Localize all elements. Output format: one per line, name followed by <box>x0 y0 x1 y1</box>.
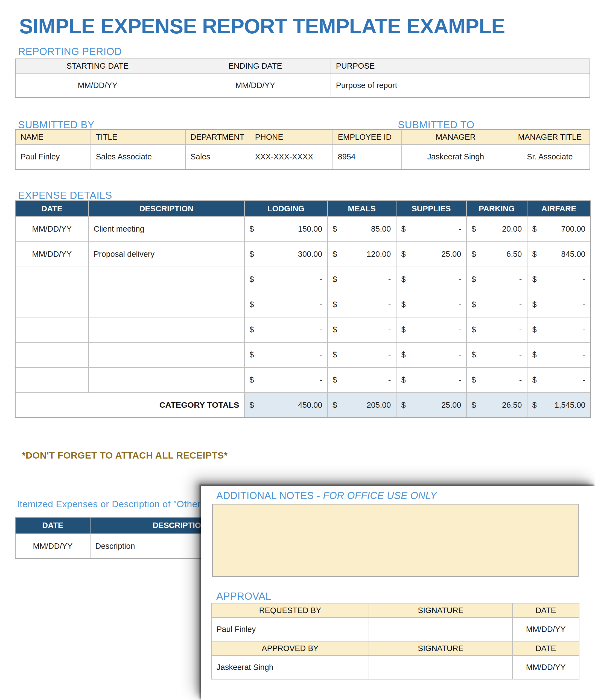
expense-airfare-cell[interactable]: $- <box>527 342 591 367</box>
title-cell[interactable]: Sales Associate <box>91 144 186 170</box>
expense-lodging-cell[interactable]: $- <box>245 367 328 393</box>
expense-date-cell[interactable] <box>15 267 89 292</box>
expense-airfare-cell[interactable]: $- <box>527 267 591 292</box>
currency-symbol: $ <box>250 250 254 259</box>
employee-id-header: EMPLOYEE ID <box>333 130 402 144</box>
attach-receipts-note: *DON'T FORGET TO ATTACH ALL RECEIPTS* <box>22 450 228 461</box>
office-use-overlay-panel: ADDITIONAL NOTES - FOR OFFICE USE ONLY A… <box>201 486 595 700</box>
currency-symbol: $ <box>333 400 337 410</box>
expense-supplies-cell[interactable]: $- <box>396 317 466 342</box>
expense-date-cell[interactable] <box>15 317 89 342</box>
category-totals-label: CATEGORY TOTALS <box>15 393 245 418</box>
starting-date-cell[interactable]: MM/DD/YY <box>15 73 180 98</box>
expense-date-cell[interactable] <box>15 342 89 367</box>
expense-airfare-cell[interactable]: $- <box>527 317 591 342</box>
expense-description-cell[interactable] <box>89 292 245 317</box>
expense-description-cell[interactable]: Proposal delivery <box>89 242 245 267</box>
expense-supplies-cell[interactable]: $- <box>396 342 466 367</box>
itemized-date-cell[interactable]: MM/DD/YY <box>15 534 90 559</box>
expense-parking-cell[interactable]: $- <box>466 292 527 317</box>
expense-supplies-cell[interactable]: $- <box>396 367 466 393</box>
page-title: SIMPLE EXPENSE REPORT TEMPLATE EXAMPLE <box>19 14 505 38</box>
approved-by-header-row: APPROVED BY SIGNATURE DATE <box>211 641 579 655</box>
expense-parking-cell[interactable]: $- <box>466 317 527 342</box>
additional-notes-heading: ADDITIONAL NOTES - FOR OFFICE USE ONLY <box>216 490 437 502</box>
manager-header: MANAGER <box>402 130 510 144</box>
expense-date-cell[interactable] <box>15 292 89 317</box>
expense-lodging-cell[interactable]: $300.00 <box>245 242 328 267</box>
expense-description-cell[interactable] <box>89 317 245 342</box>
expense-parking-cell[interactable]: $- <box>466 342 527 367</box>
expense-date-cell[interactable] <box>15 367 89 393</box>
expense-meals-cell[interactable]: $85.00 <box>328 217 396 242</box>
approved-signature-cell[interactable] <box>369 655 512 679</box>
airfare-total-cell: $1,545.00 <box>527 393 591 418</box>
currency-symbol: $ <box>532 400 537 410</box>
requested-date-cell[interactable]: MM/DD/YY <box>512 617 579 641</box>
expense-lodging-cell[interactable]: $- <box>245 292 328 317</box>
currency-symbol: $ <box>333 375 337 385</box>
expense-row: MM/DD/YY Proposal delivery $300.00 $120.… <box>15 242 591 267</box>
signature-header: SIGNATURE <box>369 603 512 617</box>
expense-description-cell[interactable] <box>89 342 245 367</box>
additional-notes-box[interactable] <box>212 504 578 577</box>
expense-supplies-cell[interactable]: $- <box>396 292 466 317</box>
section-heading-submitted-to: SUBMITTED TO <box>398 119 474 131</box>
expense-supplies-cell[interactable]: $- <box>396 217 466 242</box>
expense-supplies-cell[interactable]: $25.00 <box>396 242 466 267</box>
requested-signature-cell[interactable] <box>369 617 512 641</box>
approved-date-cell[interactable]: MM/DD/YY <box>512 655 579 679</box>
currency-symbol: $ <box>401 275 406 284</box>
currency-symbol: $ <box>250 350 254 359</box>
employee-id-cell[interactable]: 8954 <box>333 144 402 170</box>
expense-description-cell[interactable] <box>89 367 245 393</box>
manager-cell[interactable]: Jaskeerat Singh <box>402 144 510 170</box>
currency-symbol: $ <box>532 250 537 259</box>
expense-description-cell[interactable] <box>89 267 245 292</box>
expense-meals-cell[interactable]: $- <box>328 292 396 317</box>
expense-parking-cell[interactable]: $- <box>466 267 527 292</box>
lodging-header: LODGING <box>245 201 328 217</box>
currency-symbol: $ <box>472 350 476 359</box>
expense-lodging-cell[interactable]: $- <box>245 267 328 292</box>
currency-symbol: $ <box>250 275 254 284</box>
expense-parking-cell[interactable]: $- <box>466 367 527 393</box>
section-heading-reporting-period: REPORTING PERIOD <box>18 46 122 57</box>
expense-description-cell[interactable]: Client meeting <box>89 217 245 242</box>
purpose-header: PURPOSE <box>331 59 590 73</box>
expense-lodging-cell[interactable]: $- <box>245 342 328 367</box>
department-cell[interactable]: Sales <box>186 144 250 170</box>
expense-airfare-cell[interactable]: $- <box>527 367 591 393</box>
expense-meals-cell[interactable]: $- <box>328 342 396 367</box>
expense-lodging-cell[interactable]: $- <box>245 317 328 342</box>
name-cell[interactable]: Paul Finley <box>15 144 91 170</box>
ending-date-cell[interactable]: MM/DD/YY <box>180 73 331 98</box>
expense-meals-cell[interactable]: $- <box>328 317 396 342</box>
currency-symbol: $ <box>532 375 537 385</box>
purpose-cell[interactable]: Purpose of report <box>331 73 590 98</box>
requested-by-header: REQUESTED BY <box>211 603 369 617</box>
section-heading-itemized-expenses: Itemized Expenses or Description of "Oth… <box>17 499 204 509</box>
expense-airfare-cell[interactable]: $700.00 <box>527 217 591 242</box>
expense-parking-cell[interactable]: $6.50 <box>466 242 527 267</box>
expense-airfare-cell[interactable]: $845.00 <box>527 242 591 267</box>
expense-supplies-cell[interactable]: $- <box>396 267 466 292</box>
approved-by-name-cell[interactable]: Jaskeerat Singh <box>211 655 369 679</box>
expense-meals-cell[interactable]: $120.00 <box>328 242 396 267</box>
currency-symbol: $ <box>532 350 537 359</box>
section-heading-submitted-by: SUBMITTED BY <box>18 119 94 131</box>
manager-title-cell[interactable]: Sr. Associate <box>510 144 590 170</box>
phone-cell[interactable]: XXX-XXX-XXXX <box>250 144 333 170</box>
expense-row: $- $- $- $- $- <box>15 292 591 317</box>
expense-meals-cell[interactable]: $- <box>328 367 396 393</box>
requested-by-name-cell[interactable]: Paul Finley <box>211 617 369 641</box>
lodging-total-cell: $450.00 <box>245 393 328 418</box>
expense-date-cell[interactable]: MM/DD/YY <box>15 217 89 242</box>
expense-airfare-cell[interactable]: $- <box>527 292 591 317</box>
expense-meals-cell[interactable]: $- <box>328 267 396 292</box>
expense-date-cell[interactable]: MM/DD/YY <box>15 242 89 267</box>
expense-parking-cell[interactable]: $20.00 <box>466 217 527 242</box>
section-heading-expense-details: EXPENSE DETAILS <box>18 190 112 201</box>
requested-by-row: Paul Finley MM/DD/YY <box>211 617 579 641</box>
expense-lodging-cell[interactable]: $150.00 <box>245 217 328 242</box>
